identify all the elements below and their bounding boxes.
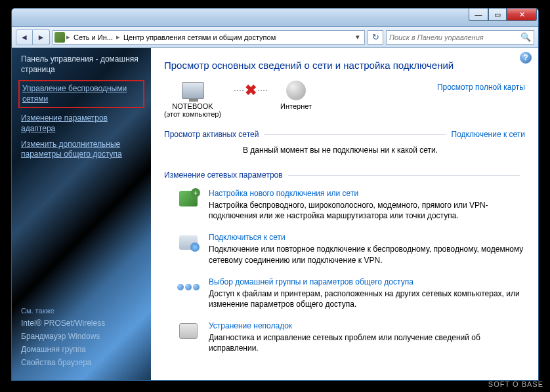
task-link-connect[interactable]: Подключиться к сети xyxy=(209,233,286,242)
see-also-firewall[interactable]: Брандмауэр Windows xyxy=(21,332,142,341)
see-also-browser[interactable]: Свойства браузера xyxy=(21,358,142,367)
disconnected-icon: ✖ xyxy=(245,82,257,99)
address-bar: ◄ ► ▸ Сеть и Ин... ▸ Центр управления се… xyxy=(12,27,538,48)
sidebar-link-sharing[interactable]: Изменить дополнительные параметры общего… xyxy=(21,140,142,160)
window-body: Панель управления - домашняя страница Уп… xyxy=(12,48,538,380)
breadcrumb-dropdown[interactable]: ▾ xyxy=(352,33,363,41)
nav-buttons: ◄ ► xyxy=(16,29,50,45)
breadcrumb-seg-network[interactable]: Сеть и Ин... xyxy=(72,33,115,41)
troubleshoot-icon xyxy=(179,323,198,339)
task-setup-connection: Настройка нового подключения или сети На… xyxy=(177,189,525,221)
setup-icon xyxy=(179,191,198,206)
node-name: NOTEBOOK xyxy=(164,102,221,110)
refresh-button[interactable]: ↻ xyxy=(368,30,383,45)
search-input[interactable] xyxy=(389,33,520,41)
globe-icon xyxy=(286,81,306,100)
no-connection-text: В данный момент вы не подключены ни к ка… xyxy=(164,143,525,164)
computer-icon xyxy=(182,82,204,99)
full-map-link[interactable]: Просмотр полной карты xyxy=(437,83,525,92)
sidebar-home-link[interactable]: Панель управления - домашняя страница xyxy=(21,54,142,75)
node-this-pc: NOTEBOOK (этот компьютер) xyxy=(164,80,221,118)
task-link-setup[interactable]: Настройка нового подключения или сети xyxy=(209,189,358,198)
maximize-button[interactable]: ▭ xyxy=(488,9,507,21)
task-desc: Настройка беспроводного, широкополосного… xyxy=(209,200,525,221)
task-link-homegroup[interactable]: Выбор домашней группы и параметров общег… xyxy=(209,277,413,286)
change-settings-header: Изменение сетевых параметров xyxy=(164,170,525,180)
task-desc: Диагностика и исправление сетевых пробле… xyxy=(209,332,525,353)
active-networks-header: Просмотр активных сетей Подключение к се… xyxy=(164,130,525,139)
see-also-title: См. также xyxy=(21,307,142,315)
main-content: ? Просмотр основных сведений о сети и на… xyxy=(151,48,538,380)
close-button[interactable]: ✕ xyxy=(507,9,537,21)
sidebar-see-also: См. также Intel® PROSet/Wireless Брандма… xyxy=(21,307,142,371)
section-title: Просмотр активных сетей xyxy=(164,130,259,139)
network-category-icon xyxy=(54,32,65,43)
sidebar: Панель управления - домашняя страница Уп… xyxy=(12,48,151,380)
sidebar-link-adapter[interactable]: Изменение параметров адаптера xyxy=(21,113,142,134)
help-icon[interactable]: ? xyxy=(520,52,532,64)
back-button[interactable]: ◄ xyxy=(16,29,33,45)
connection-broken: ✖ xyxy=(234,80,267,101)
titlebar: — ▭ ✕ xyxy=(12,9,538,27)
homegroup-icon xyxy=(177,284,200,290)
minimize-button[interactable]: — xyxy=(469,9,488,21)
see-also-homegroup[interactable]: Домашняя группа xyxy=(21,345,142,354)
window-controls: — ▭ ✕ xyxy=(469,9,537,21)
task-desc: Подключение или повторное подключение к … xyxy=(209,244,525,265)
connect-to-network-link[interactable]: Подключение к сети xyxy=(452,130,525,139)
page-title: Просмотр основных сведений о сети и наст… xyxy=(164,60,525,71)
task-connect: Подключиться к сети Подключение или повт… xyxy=(177,233,525,265)
breadcrumb-seg-sharing-center[interactable]: Центр управления сетями и общим доступом xyxy=(121,33,278,41)
control-panel-window: — ▭ ✕ ◄ ► ▸ Сеть и Ин... ▸ Центр управле… xyxy=(11,8,539,381)
breadcrumb[interactable]: ▸ Сеть и Ин... ▸ Центр управления сетями… xyxy=(53,30,365,45)
task-link-troubleshoot[interactable]: Устранение неполадок xyxy=(209,321,292,330)
connect-icon xyxy=(179,235,198,250)
task-homegroup: Выбор домашней группы и параметров общег… xyxy=(177,277,525,309)
node-internet: Интернет xyxy=(280,80,312,110)
watermark: SOFT O BASE xyxy=(488,380,543,388)
breadcrumb-sep: ▸ xyxy=(116,33,120,41)
forward-button[interactable]: ► xyxy=(33,29,50,45)
sidebar-link-wireless[interactable]: Управление беспроводными сетями xyxy=(18,80,144,108)
search-box[interactable]: 🔍 xyxy=(386,30,534,45)
section-title: Изменение сетевых параметров xyxy=(164,170,283,180)
see-also-proset[interactable]: Intel® PROSet/Wireless xyxy=(21,319,142,328)
node-sub: (этот компьютер) xyxy=(164,110,221,118)
task-desc: Доступ к файлам и принтерам, расположенн… xyxy=(209,288,525,309)
network-map: NOTEBOOK (этот компьютер) ✖ Интернет Про… xyxy=(164,80,525,118)
search-icon: 🔍 xyxy=(520,32,531,42)
node-name: Интернет xyxy=(280,102,312,110)
task-troubleshoot: Устранение неполадок Диагностика и испра… xyxy=(177,321,525,353)
breadcrumb-sep: ▸ xyxy=(66,33,70,41)
